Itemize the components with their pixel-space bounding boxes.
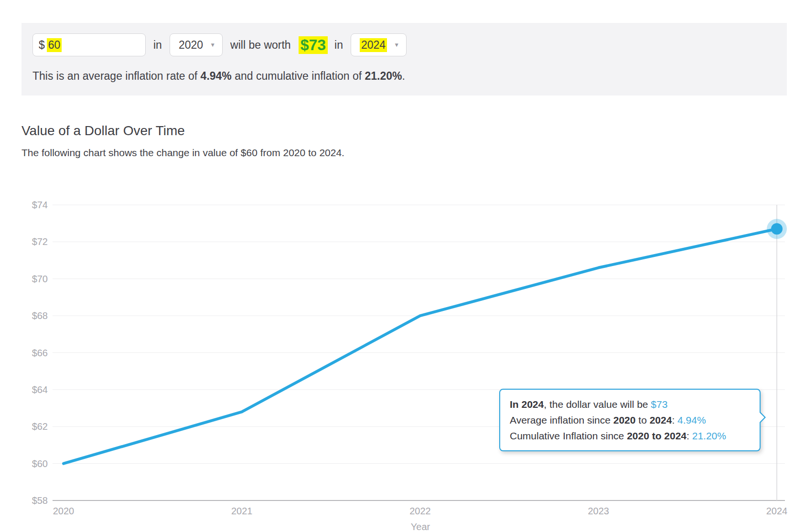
summary-pre: This is an average inflation rate of [32,70,201,82]
dollar-value-chart: $58$60$62$64$66$68$70$72$742020202120222… [0,188,805,532]
tooltip-start-year: 2020 [613,415,636,426]
data-point-2024[interactable] [771,223,783,234]
x-tick-label: 2020 [53,506,75,516]
x-axis-title: Year [0,521,805,532]
chart-description: The following chart shows the change in … [21,147,344,159]
x-tick-label: 2023 [588,506,610,516]
y-tick-label: $60 [32,458,48,469]
worth-text: will be worth [230,39,291,52]
summary-end: . [402,70,405,82]
tooltip-colon-2: : [687,430,692,441]
tooltip-line-2: Average inflation since 2020 to 2024: 4.… [510,412,750,428]
result-amount: $73 [299,36,328,54]
cumulative-inflation-rate: 21.20% [365,70,402,82]
in-word-1: in [153,39,162,52]
page-title: Value of a Dollar Over Time [21,123,185,138]
end-year-value: 2024 [360,38,387,52]
start-year-value: 2020 [179,39,203,52]
tooltip-colon: : [672,415,677,426]
tooltip-end-year: 2024 [650,415,672,426]
y-tick-label: $74 [32,200,48,210]
y-tick-label: $70 [32,274,48,284]
amount-value[interactable]: 60 [47,38,62,52]
y-tick-label: $68 [32,310,48,321]
x-tick-label: 2024 [766,506,788,516]
calculator-form: $ 60 in 2020 ▼ will be worth $73 in 2024… [32,33,407,56]
tooltip-line-3: Cumulative Inflation since 2020 to 2024:… [510,428,750,444]
in-word-2: in [334,39,343,52]
calculator-bar: $ 60 in 2020 ▼ will be worth $73 in 2024… [21,23,787,96]
x-tick-label: 2022 [409,506,431,516]
chart-tooltip: In 2024, the dollar value will be $73 Av… [499,389,761,451]
x-tick-label: 2021 [231,506,253,516]
tooltip-cumulative-inflation: 21.20% [692,430,726,441]
line-chart-canvas[interactable]: $58$60$62$64$66$68$70$72$742020202120222… [0,188,805,532]
tooltip-year-range: 2020 to 2024 [627,430,687,441]
tooltip-to: to [635,415,649,426]
y-tick-label: $66 [32,348,48,358]
tooltip-dollar-value: $73 [651,399,667,410]
end-year-select[interactable]: 2024 ▼ [351,33,407,56]
amount-input[interactable]: $ 60 [32,33,146,56]
tooltip-text-3: Cumulative Inflation since [510,430,627,441]
y-tick-label: $72 [32,236,48,247]
summary-mid: and cumulative inflation of [232,70,365,82]
y-tick-label: $58 [32,495,48,506]
inflation-summary: This is an average inflation rate of 4.9… [32,70,405,83]
tooltip-text-1: , the dollar value will be [544,399,651,410]
y-tick-label: $64 [32,384,48,395]
tooltip-average-inflation: 4.94% [677,415,706,426]
currency-symbol: $ [39,39,45,52]
tooltip-line-1: In 2024, the dollar value will be $73 [510,396,750,412]
y-tick-label: $62 [32,421,48,432]
tooltip-text-2: Average inflation since [510,415,613,426]
start-year-select[interactable]: 2020 ▼ [170,33,223,56]
average-inflation-rate: 4.94% [201,70,232,82]
chevron-down-icon: ▼ [394,42,399,48]
tooltip-year: In 2024 [510,399,544,410]
inflation-calculator-page: $ 60 in 2020 ▼ will be worth $73 in 2024… [0,0,805,532]
chevron-down-icon: ▼ [210,42,215,48]
